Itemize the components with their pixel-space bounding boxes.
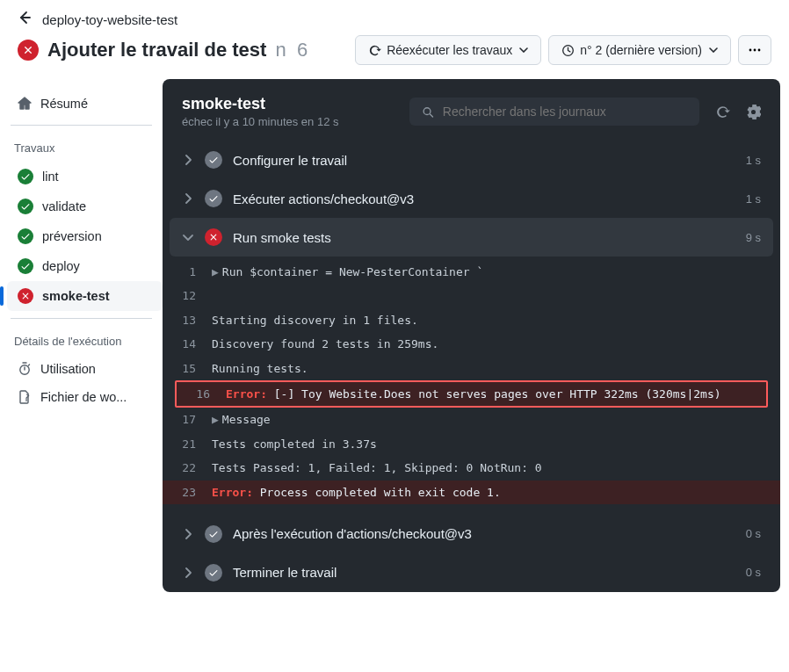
sidebar-job-validate[interactable]: validate — [7, 191, 163, 221]
jobs-heading: Travaux — [7, 136, 163, 162]
step-name: Configurer le travail — [233, 153, 347, 168]
log-line: 22Tests Passed: 1, Failed: 1, Skipped: 0… — [163, 456, 780, 480]
clock-icon — [561, 44, 575, 57]
page-title: Ajouter le travail de test — [47, 39, 266, 61]
check-icon — [18, 199, 33, 214]
log-line: 15Running tests. — [163, 357, 780, 380]
check-icon — [18, 169, 33, 184]
step-name: Après l'exécution d'actions/checkout@v3 — [233, 526, 472, 541]
breadcrumb[interactable]: deploy-toy-website-test — [42, 12, 177, 27]
divider — [11, 318, 152, 319]
sidebar-job-préversion[interactable]: préversion — [7, 221, 163, 251]
log-output: 1▶Run $container = New-PesterContainer `… — [163, 257, 780, 515]
chevron-right-icon — [182, 567, 194, 578]
sidebar-workflow-file[interactable]: Fichier de wo... — [7, 383, 163, 411]
sidebar-job-deploy[interactable]: deploy — [7, 251, 163, 281]
check-icon — [205, 564, 222, 582]
caret-down-icon — [519, 47, 528, 53]
log-line: 13Starting discovery in 1 files. — [163, 308, 780, 332]
job-title: smoke-test — [182, 95, 339, 113]
job-subtitle: échec il y a 10 minutes en 12 s — [182, 115, 339, 128]
x-icon — [205, 228, 222, 246]
step-name: Exécuter actions/checkout@v3 — [233, 191, 414, 206]
check-icon — [18, 258, 33, 274]
chevron-right-icon — [182, 529, 194, 539]
sidebar-job-smoke-test[interactable]: smoke-test — [7, 281, 163, 311]
sidebar-job-label: smoke-test — [42, 289, 110, 303]
step-row[interactable]: Configurer le travail1 s — [163, 141, 780, 179]
kebab-icon — [748, 43, 762, 57]
step-duration: 0 s — [746, 527, 761, 540]
sync-icon — [368, 44, 381, 57]
caret-down-icon — [709, 47, 718, 53]
step-row[interactable]: Terminer le travail0 s — [163, 553, 780, 592]
sidebar-job-label: lint — [42, 170, 59, 184]
step-duration: 0 s — [746, 566, 761, 579]
sidebar-summary[interactable]: Résumé — [7, 90, 163, 118]
log-line: 14Discovery found 2 tests in 259ms. — [163, 332, 780, 356]
chevron-right-icon — [182, 155, 194, 165]
sidebar-job-label: préversion — [42, 229, 102, 243]
workflow-file-icon — [18, 390, 32, 404]
step-duration: 1 s — [746, 192, 761, 206]
log-search-input[interactable] — [443, 105, 687, 119]
log-settings-button[interactable] — [746, 105, 761, 119]
stopwatch-icon — [18, 362, 32, 376]
search-icon — [422, 105, 434, 119]
log-line: 1▶Run $container = New-PesterContainer ` — [163, 260, 780, 284]
log-line: 16Error: [-] Toy Website.Does not serves… — [177, 382, 766, 406]
run-number: n 6 — [275, 39, 308, 61]
check-icon — [18, 228, 33, 244]
sidebar-job-label: deploy — [42, 259, 80, 273]
check-icon — [205, 190, 222, 207]
log-line: 17▶Message — [163, 408, 780, 431]
step-name: Terminer le travail — [233, 565, 337, 580]
log-line: 23Error: Process completed with exit cod… — [163, 481, 780, 504]
sidebar-job-lint[interactable]: lint — [7, 162, 163, 191]
x-icon — [18, 288, 33, 304]
check-icon — [205, 525, 222, 543]
step-row[interactable]: Run smoke tests9 s — [170, 218, 773, 257]
step-duration: 1 s — [746, 154, 761, 167]
check-icon — [205, 151, 222, 169]
rerun-jobs-button[interactable]: Réexécuter les travaux — [355, 35, 541, 65]
log-line: 12 — [163, 284, 780, 307]
step-row[interactable]: Exécuter actions/checkout@v31 s — [163, 179, 780, 218]
attempt-dropdown-button[interactable]: n° 2 (dernière version) — [548, 35, 731, 65]
chevron-down-icon — [182, 233, 194, 242]
sidebar-usage[interactable]: Utilisation — [7, 355, 163, 383]
home-icon — [18, 97, 32, 111]
divider — [11, 125, 152, 126]
sidebar-job-label: validate — [42, 199, 86, 213]
step-name: Run smoke tests — [233, 230, 331, 245]
chevron-right-icon — [182, 193, 194, 204]
step-row[interactable]: Après l'exécution d'actions/checkout@v30… — [163, 515, 780, 553]
back-arrow-icon[interactable] — [18, 11, 32, 28]
refresh-logs-button[interactable] — [715, 105, 730, 119]
run-status-error-icon — [18, 40, 39, 61]
log-line: 21Tests completed in 3.37s — [163, 432, 780, 456]
step-duration: 9 s — [746, 231, 761, 244]
more-actions-button[interactable] — [738, 35, 771, 65]
details-heading: Détails de l'exécution — [7, 329, 163, 355]
log-search[interactable] — [409, 98, 699, 126]
